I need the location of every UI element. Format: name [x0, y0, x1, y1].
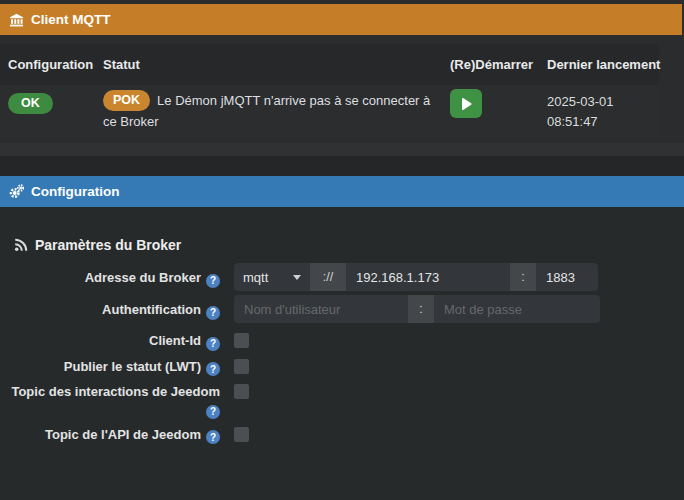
lwt-checkbox[interactable] — [234, 359, 249, 374]
auth-input-group: : — [234, 295, 600, 323]
help-icon[interactable]: ? — [206, 405, 220, 419]
api-checkbox[interactable] — [234, 427, 249, 442]
help-icon[interactable]: ? — [206, 274, 220, 288]
configuration-title: Configuration — [31, 184, 119, 199]
broker-port-input[interactable] — [536, 263, 598, 291]
auth-controls: : — [234, 295, 600, 323]
separator-strip — [0, 143, 684, 156]
protocol-separator: :// — [310, 263, 346, 291]
separator-strip-dark — [0, 156, 684, 176]
broker-params-heading: Paramètres du Broker — [14, 237, 181, 253]
interactions-checkbox[interactable] — [234, 384, 249, 399]
configuration-body: Paramètres du Broker Adresse du Broker? … — [0, 207, 684, 500]
broker-form: Adresse du Broker? mqtt :// : — [0, 263, 684, 448]
address-label-col: Adresse du Broker? — [0, 263, 220, 288]
form-row-client-id: Client-Id? — [0, 329, 684, 351]
port-separator: : — [510, 263, 536, 291]
address-input-group: mqtt :// : — [234, 263, 598, 291]
auth-label-col: Authentification? — [0, 295, 220, 320]
restart-daemon-button[interactable] — [450, 89, 482, 118]
bank-icon — [9, 13, 24, 27]
broker-status-table: Configuration Statut (Re)Démarrer Dernie… — [0, 44, 659, 141]
lwt-label-col: Publier le statut (LWT)? — [0, 355, 220, 377]
address-controls: mqtt :// : — [234, 263, 598, 291]
client-id-label-col: Client-Id? — [0, 329, 220, 351]
form-row-auth: Authentification? : — [0, 295, 684, 323]
api-label: Topic de l'API de Jeedom — [45, 427, 201, 442]
broker-host-input[interactable] — [346, 263, 510, 291]
form-row-address: Adresse du Broker? mqtt :// : — [0, 263, 684, 291]
help-icon[interactable]: ? — [206, 430, 220, 444]
rss-icon — [14, 238, 28, 252]
column-header-dernier-lancement: Dernier lancement — [547, 57, 660, 72]
client-panel-title: Client MQTT — [31, 12, 111, 27]
daemon-status-cell: POKLe Démon jMQTT n'arrive pas à se conn… — [103, 91, 445, 132]
client-id-checkbox[interactable] — [234, 333, 249, 348]
auth-separator: : — [408, 295, 434, 323]
jmqtt-broker-page: Client MQTT Configuration Statut (Re)Dém… — [0, 0, 684, 500]
column-header-configuration: Configuration — [8, 57, 93, 72]
client-id-label: Client-Id — [149, 333, 201, 348]
gears-icon — [9, 184, 24, 199]
last-launch-time: 08:51:47 — [547, 112, 614, 132]
interactions-label-col: Topic des interactions de Jeedom? — [0, 380, 220, 419]
configuration-header: Configuration — [0, 176, 684, 207]
lwt-label: Publier le statut (LWT) — [64, 359, 201, 374]
broker-params-title: Paramètres du Broker — [35, 237, 181, 253]
api-label-col: Topic de l'API de Jeedom? — [0, 423, 220, 445]
client-id-controls — [234, 329, 249, 348]
protocol-select[interactable]: mqtt — [234, 263, 310, 291]
column-header-statut: Statut — [103, 57, 140, 72]
play-icon — [458, 96, 474, 112]
client-mqtt-header: Client MQTT — [0, 4, 682, 35]
last-launch-cell: 2025-03-01 08:51:47 — [547, 92, 614, 132]
address-label: Adresse du Broker — [85, 270, 201, 285]
form-row-interactions: Topic des interactions de Jeedom? — [0, 380, 684, 419]
daemon-status-badge: POK — [103, 90, 150, 111]
interactions-label: Topic des interactions de Jeedom — [11, 384, 220, 399]
password-input[interactable] — [434, 295, 600, 323]
last-launch-date: 2025-03-01 — [547, 92, 614, 112]
chevron-down-icon — [293, 275, 301, 280]
column-header-redemarrer: (Re)Démarrer — [450, 57, 533, 72]
config-status-badge: OK — [8, 93, 53, 114]
api-controls — [234, 423, 249, 442]
help-icon[interactable]: ? — [206, 362, 220, 376]
form-row-api: Topic de l'API de Jeedom? — [0, 423, 684, 445]
table-row: OK POKLe Démon jMQTT n'arrive pas à se c… — [0, 85, 659, 141]
help-icon[interactable]: ? — [206, 337, 220, 351]
lwt-controls — [234, 355, 249, 374]
form-row-lwt: Publier le statut (LWT)? — [0, 355, 684, 377]
auth-label: Authentification — [102, 302, 201, 317]
interactions-controls — [234, 380, 249, 399]
daemon-status-message: Le Démon jMQTT n'arrive pas à se connect… — [103, 93, 430, 129]
protocol-value: mqtt — [243, 270, 268, 285]
help-icon[interactable]: ? — [206, 306, 220, 320]
username-input[interactable] — [234, 295, 408, 323]
